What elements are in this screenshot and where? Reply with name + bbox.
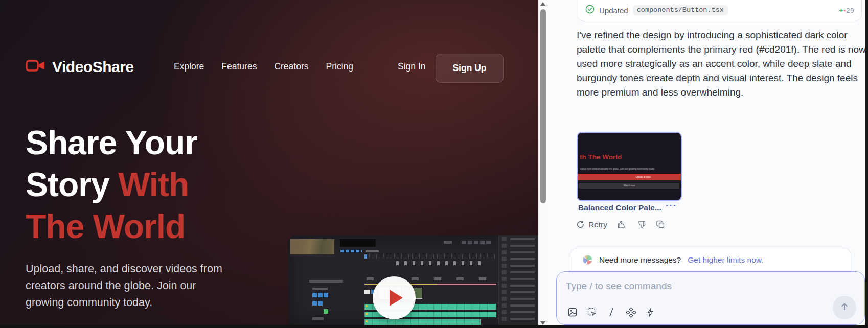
play-button[interactable] [373,276,416,319]
play-icon [390,290,403,306]
select-element-icon[interactable] [586,307,598,318]
hero-line-3: The World [26,205,197,247]
hero-heading: Share Your Story With The World [26,122,197,247]
artifact-more-menu[interactable]: ··· [666,200,677,212]
editor-sequence-name [309,280,343,283]
mini-subtext: videos from creators around the globe. J… [580,168,680,170]
nav-link-features[interactable]: Features [221,61,257,72]
hero-line-2: Story With [26,163,197,205]
editor-playhead [364,254,367,259]
editor-transport-controls [396,261,484,265]
diff-counts: +-29 [839,7,854,14]
timeline-block-white [364,290,370,294]
composer-input[interactable] [566,278,842,294]
thumbs-up-button[interactable] [617,220,627,229]
updated-file-chip[interactable]: components/Button.tsx [633,5,728,15]
timeline-workbar-pink [437,284,496,285]
editor-project-panel [498,235,538,325]
video-camera-icon [26,58,46,76]
vertical-scrollbar[interactable] [538,0,547,328]
sign-in-link[interactable]: Sign In [398,61,425,72]
sign-up-button[interactable]: Sign Up [436,54,504,83]
integrations-icon[interactable] [625,307,636,318]
artifact-preview-card[interactable]: th The World videos from creators around… [577,132,682,201]
editor-timecode [340,250,362,252]
editor-ui-decoration [288,235,538,325]
hero-accent-word: With [118,166,189,203]
editor-label-dash [366,250,379,252]
send-button[interactable] [833,296,856,319]
mini-secondary-button: Watch now [579,183,679,189]
taskbar-edge [0,325,868,328]
site-preview-panel: VideoShare Explore Features Creators Pri… [0,0,538,328]
editor-program-monitor [340,239,376,247]
scroll-up-arrow-icon[interactable] [540,2,545,6]
hero-subtitle: Upload, share, and discover videos from … [26,261,230,311]
scroll-down-arrow-icon[interactable] [540,321,545,325]
site-header: VideoShare Explore Features Creators Pri… [0,51,538,84]
arrow-up-icon [839,301,850,314]
usage-pie-icon [583,255,592,265]
file-update-row: Updated components/Button.tsx +-29 [585,5,854,16]
composer-toolbar [567,307,656,318]
app-window: VideoShare Explore Features Creators Pri… [0,0,868,328]
project-panel-labels [510,238,535,323]
assistant-message: I've refined the design by introducing a… [577,28,867,100]
thumbs-down-icon [636,220,646,229]
artifact-thumbnail: th The World videos from creators around… [578,133,681,200]
attach-image-icon[interactable] [567,307,578,318]
lightning-icon[interactable] [645,307,656,318]
message-actions: Retry [576,220,666,229]
refresh-icon [576,220,585,229]
editor-track-controls [312,288,343,323]
file-update-card[interactable]: Updated components/Button.tsx +-29 [577,0,862,21]
retry-button[interactable]: Retry [576,220,607,229]
editor-topright-timecode [462,241,491,244]
thumbs-down-button[interactable] [636,220,646,229]
mini-hero-text: th The World [580,153,622,161]
mini-primary-button: Upload a video [578,174,681,180]
upgrade-link[interactable]: Get higher limits now. [688,255,763,265]
site-nav: Explore Features Creators Pricing [174,61,353,72]
copy-icon [656,220,666,229]
retry-label: Retry [588,220,607,229]
brand-name: VideoShare [52,58,134,76]
hero-line-1: Share Your [26,122,197,163]
nav-link-explore[interactable]: Explore [174,61,204,72]
thumbs-up-icon [617,220,627,229]
artifact-title[interactable]: Balanced Color Pale... [578,203,669,213]
copy-button[interactable] [656,220,666,229]
check-circle-icon [585,5,595,16]
video-editor-screenshot [288,235,538,325]
scrollbar-thumb[interactable] [540,9,546,203]
update-label: Updated [599,6,628,15]
editor-topright-dash [444,241,452,244]
editor-source-monitor [290,239,334,254]
editor-mini-ruler [366,254,496,259]
window-edge-strip [865,0,868,328]
project-panel-thumbs [502,237,507,323]
usage-limits-row: Need more messages? Get higher limits no… [570,248,851,265]
limits-text: Need more messages? [599,255,681,265]
slash-command-icon[interactable] [606,307,617,318]
nav-link-pricing[interactable]: Pricing [326,61,354,72]
nav-link-creators[interactable]: Creators [274,61,308,72]
message-composer[interactable] [556,271,865,325]
brand-logo[interactable]: VideoShare [26,58,134,76]
chat-panel: Updated components/Button.tsx +-29 I've … [547,0,865,328]
